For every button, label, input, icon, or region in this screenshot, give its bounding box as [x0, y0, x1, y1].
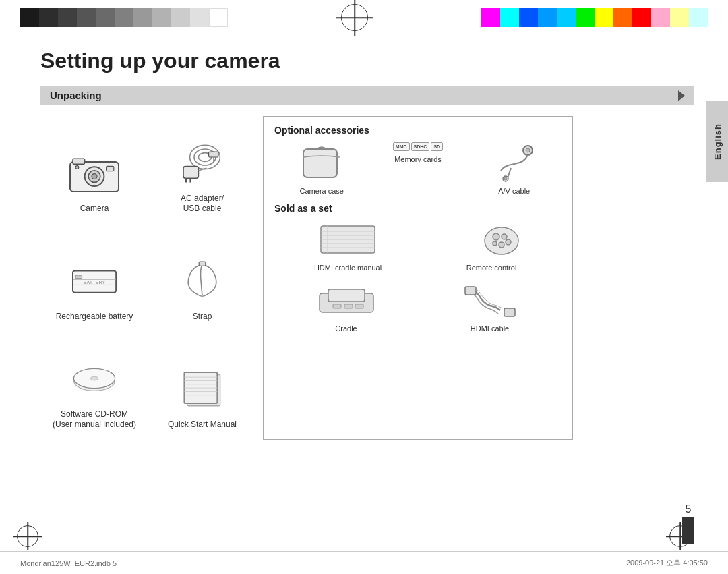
- svg-point-51: [499, 242, 504, 248]
- svg-point-39: [504, 177, 507, 180]
- item-strap: Strap: [148, 224, 256, 332]
- camera-label: Camera: [80, 204, 109, 214]
- strap-label: Strap: [193, 312, 212, 322]
- item-battery: BATTERY Rechargeable battery: [40, 224, 148, 332]
- footer-right: 2009-09-21 오후 4:05:50: [626, 558, 708, 568]
- cdrom-label: Software CD-ROM(User manual included): [53, 409, 136, 430]
- footer-left: Mondrian125W_EUR2.indb 5: [20, 559, 117, 567]
- cradle-icon: [316, 280, 377, 320]
- item-camera: Camera: [40, 116, 148, 224]
- svg-rect-58: [465, 287, 476, 295]
- optional-av-cable: A/V cable: [491, 142, 538, 195]
- svg-rect-59: [504, 308, 515, 316]
- remote-control-icon: [461, 221, 522, 260]
- optional-items-row: Camera case MMC SDHC SD Memory cards: [274, 142, 562, 195]
- battery-icon: BATTERY: [67, 254, 121, 308]
- section-header: Unpacking: [40, 86, 694, 105]
- svg-point-6: [75, 166, 79, 169]
- optional-accessories-box: Optional accessories Camera case MMC SDH: [263, 116, 573, 440]
- ac-adapter-label: AC adapter/USB cable: [181, 194, 224, 214]
- sold-as-set-title: Sold as a set: [274, 203, 562, 214]
- optional-memory-cards: MMC SDHC SD Memory cards: [393, 142, 443, 195]
- svg-rect-22: [199, 262, 206, 266]
- svg-point-50: [506, 239, 511, 245]
- hdmi-cable-label: HDMI cable: [471, 324, 509, 333]
- svg-rect-14: [209, 152, 218, 157]
- item-manual: Quick Start Manual: [148, 332, 256, 440]
- hdmi-cradle-manual-item: HDMI cradle manual: [314, 221, 382, 272]
- optional-title: Optional accessories: [274, 125, 562, 136]
- strap-icon: [175, 254, 229, 308]
- main-content: Setting up your camera Unpacking Camera: [0, 35, 728, 447]
- svg-rect-55: [333, 304, 341, 308]
- camera-case-icon: [298, 142, 345, 183]
- english-side-tab: English: [706, 101, 728, 182]
- content-row: Camera AC: [40, 116, 694, 440]
- svg-point-49: [502, 234, 507, 239]
- svg-point-47: [485, 227, 518, 254]
- arrow-right-icon: [678, 90, 685, 101]
- footer: Mondrian125W_EUR2.indb 5 2009-09-21 오후 4…: [0, 551, 728, 574]
- hdmi-cable-icon: [460, 280, 520, 320]
- svg-rect-57: [355, 304, 363, 308]
- svg-rect-20: [75, 275, 82, 279]
- hdmi-cradle-manual-icon: [317, 221, 378, 260]
- svg-point-4: [92, 174, 97, 179]
- cdrom-icon: [67, 351, 121, 405]
- svg-point-48: [493, 233, 499, 240]
- item-ac-adapter: AC adapter/USB cable: [148, 116, 256, 224]
- svg-rect-5: [107, 167, 114, 171]
- svg-point-26: [90, 376, 98, 380]
- section-header-title: Unpacking: [50, 90, 102, 101]
- remote-control-label: Remote control: [466, 264, 517, 272]
- battery-label: Rechargeable battery: [56, 312, 133, 322]
- color-bar-left: [20, 8, 228, 27]
- svg-text:BATTERY: BATTERY: [84, 279, 106, 285]
- cradle-item: Cradle: [316, 280, 377, 333]
- sold-items-row2: Cradle HDMI cable: [274, 280, 562, 333]
- cradle-label: Cradle: [335, 324, 357, 333]
- ac-adapter-icon: [175, 136, 229, 190]
- remote-control-item: Remote control: [461, 221, 522, 272]
- memory-cards-icon: MMC SDHC SD: [393, 142, 443, 151]
- hdmi-cable-item: HDMI cable: [460, 280, 520, 333]
- items-grid: Camera AC: [40, 116, 256, 440]
- bottom-right-crosshair: [669, 525, 691, 547]
- svg-rect-35: [303, 149, 337, 177]
- sold-items-row1: HDMI cradle manual Remote control: [274, 221, 562, 272]
- svg-point-52: [493, 241, 497, 246]
- english-tab-label: English: [712, 123, 723, 160]
- top-crosshair: [334, 0, 375, 35]
- camera-icon: [67, 146, 121, 200]
- av-cable-label: A/V cable: [498, 187, 530, 195]
- memory-cards-label: Memory cards: [394, 155, 442, 163]
- svg-point-37: [526, 148, 530, 152]
- optional-camera-case: Camera case: [298, 142, 345, 195]
- svg-rect-1: [73, 159, 85, 165]
- manual-icon: [175, 362, 229, 415]
- page-number: 5: [686, 503, 692, 515]
- page-title: Setting up your camera: [40, 49, 694, 74]
- manual-label: Quick Start Manual: [168, 420, 237, 430]
- av-cable-icon: [491, 142, 538, 183]
- color-bar: [0, 0, 728, 35]
- camera-case-label: Camera case: [300, 187, 344, 195]
- color-bar-right: [481, 8, 708, 27]
- item-cdrom: Software CD-ROM(User manual included): [40, 332, 148, 440]
- svg-rect-54: [328, 289, 365, 302]
- svg-rect-10: [183, 166, 198, 178]
- svg-rect-56: [344, 304, 353, 308]
- hdmi-cradle-manual-label: HDMI cradle manual: [314, 264, 382, 272]
- bottom-left-crosshair: [17, 525, 38, 547]
